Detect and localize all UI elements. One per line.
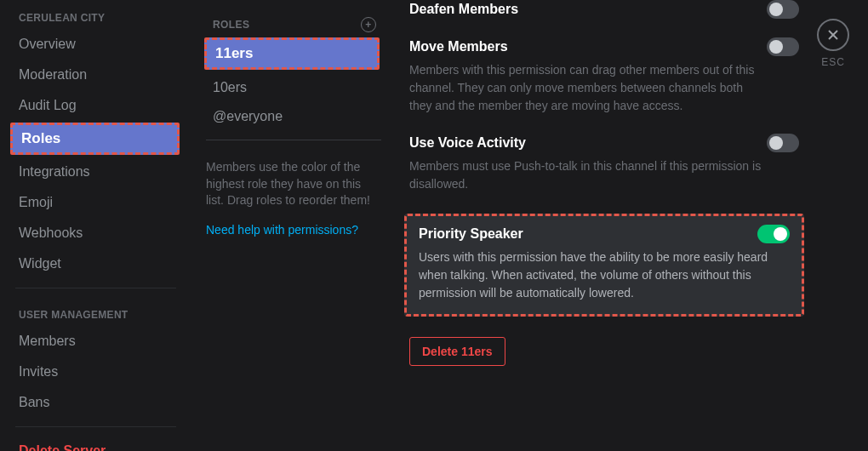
perm-title: Use Voice Activity — [409, 135, 526, 151]
close-settings[interactable]: ESC — [817, 19, 849, 68]
role-item-10ers[interactable]: 10ers — [204, 73, 383, 102]
sidebar-divider — [15, 288, 176, 288]
perm-description: Users with this permission have the abil… — [419, 248, 776, 302]
permissions-pane: Deafen Members Move Members Members with… — [404, 0, 804, 451]
perm-description: Members must use Push-to-talk in this ch… — [409, 157, 767, 193]
sidebar-item-delete-server[interactable]: Delete Server — [0, 436, 191, 451]
esc-label: ESC — [817, 56, 849, 68]
sidebar-item-members[interactable]: Members — [0, 326, 191, 357]
sidebar-item-widget[interactable]: Widget — [0, 248, 191, 279]
roles-hint-text: Members use the color of the highest rol… — [204, 149, 383, 216]
perm-priority-speaker: Priority Speaker Users with this permiss… — [404, 214, 804, 317]
toggle-deafen-members[interactable] — [767, 0, 799, 19]
role-item-11ers[interactable]: 11ers — [204, 37, 380, 70]
perm-title: Priority Speaker — [419, 226, 523, 242]
perm-deafen-members: Deafen Members — [404, 0, 804, 34]
role-item-everyone[interactable]: @everyone — [204, 102, 383, 131]
toggle-use-voice-activity[interactable] — [767, 134, 799, 152]
sidebar-item-audit-log[interactable]: Audit Log — [0, 90, 191, 121]
sidebar-item-moderation[interactable]: Moderation — [0, 60, 191, 90]
user-management-header: User Management — [0, 297, 191, 326]
sidebar-item-overview[interactable]: Overview — [0, 29, 191, 60]
settings-sidebar: Cerulean City Overview Moderation Audit … — [0, 0, 191, 451]
sidebar-item-invites[interactable]: Invites — [0, 357, 191, 387]
add-role-icon[interactable]: + — [361, 17, 376, 32]
delete-role-button[interactable]: Delete 11ers — [409, 337, 505, 366]
toggle-priority-speaker[interactable] — [757, 225, 790, 243]
sidebar-item-integrations[interactable]: Integrations — [0, 157, 191, 187]
sidebar-item-roles[interactable]: Roles — [10, 123, 180, 155]
perm-description: Members with this permission can drag ot… — [409, 61, 767, 115]
server-name-header: Cerulean City — [0, 0, 191, 29]
close-icon[interactable] — [817, 19, 849, 51]
sidebar-item-emoji[interactable]: Emoji — [0, 187, 191, 218]
sidebar-item-webhooks[interactable]: Webhooks — [0, 218, 191, 248]
roles-help-link[interactable]: Need help with permissions? — [204, 216, 383, 243]
toggle-move-members[interactable] — [767, 37, 799, 56]
perm-title: Move Members — [409, 39, 508, 54]
perm-use-voice-activity: Use Voice Activity Members must use Push… — [404, 130, 804, 208]
roles-header-label: Roles — [213, 19, 249, 31]
perm-move-members: Move Members Members with this permissio… — [404, 34, 804, 130]
perm-title: Deafen Members — [409, 2, 518, 17]
roles-divider — [206, 140, 381, 140]
sidebar-item-bans[interactable]: Bans — [0, 387, 191, 418]
sidebar-divider — [15, 426, 176, 427]
roles-column: Roles + 11ers 10ers @everyone Members us… — [204, 0, 383, 451]
